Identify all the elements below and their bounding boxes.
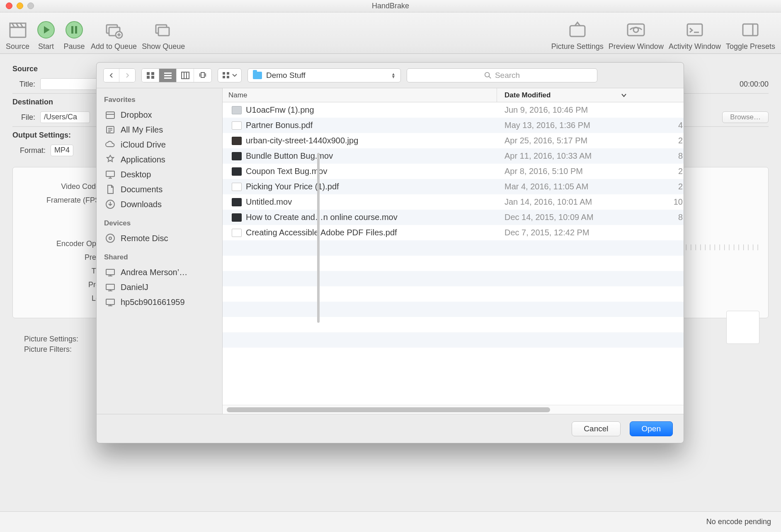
empty-row bbox=[223, 256, 684, 271]
svg-rect-21 bbox=[164, 75, 172, 76]
preset-label: Pres bbox=[25, 253, 100, 262]
preset-textbox[interactable] bbox=[726, 311, 759, 344]
column-date[interactable]: Date Modified bbox=[497, 91, 659, 99]
svg-rect-23 bbox=[182, 72, 189, 79]
sidebar-item[interactable]: Dropbox bbox=[102, 107, 222, 122]
file-row[interactable]: U1oacFnw (1).png Jun 9, 2016, 10:46 PM bbox=[223, 102, 684, 118]
toggle-presets-button[interactable]: Toggle Presets bbox=[726, 19, 775, 51]
activity-window-button[interactable]: Activity Window bbox=[669, 19, 721, 51]
view-icons-button[interactable] bbox=[142, 69, 159, 82]
eye-icon bbox=[624, 19, 648, 41]
file-row[interactable]: Partner Bonus.pdf May 13, 2016, 1:36 PM … bbox=[223, 118, 684, 133]
path-popup[interactable]: Demo Stuff ▲▼ bbox=[247, 68, 401, 82]
file-row[interactable]: Coupon Text Bug.mov Apr 8, 2016, 5:10 PM… bbox=[223, 164, 684, 179]
dialog-footer: Cancel Open bbox=[97, 414, 684, 443]
preview-window-button[interactable]: Preview Window bbox=[609, 19, 664, 51]
preview-label: Preview Window bbox=[609, 42, 664, 51]
add-queue-label: Add to Queue bbox=[91, 42, 137, 51]
file-path-field[interactable]: /Users/Ca bbox=[40, 111, 90, 123]
file-label: File: bbox=[12, 113, 35, 122]
file-row[interactable]: Untitled.mov Jan 14, 2016, 10:01 AM 10 bbox=[223, 194, 684, 210]
nav-forward-button[interactable] bbox=[119, 69, 135, 82]
svg-rect-18 bbox=[147, 76, 150, 79]
svg-point-29 bbox=[485, 72, 490, 77]
sidebar-item[interactable]: All My Files bbox=[102, 122, 222, 137]
nav-back-button[interactable] bbox=[104, 69, 119, 82]
show-queue-button[interactable]: Show Queue bbox=[142, 19, 185, 51]
file-area: Name Date Modified U1oacFnw (1).png Jun … bbox=[223, 88, 684, 414]
file-row[interactable]: Bundle Button Bug.mov Apr 11, 2016, 10:3… bbox=[223, 148, 684, 164]
sidebar-item[interactable]: Applications bbox=[102, 152, 222, 167]
file-name: Coupon Text Bug.mov bbox=[246, 167, 497, 176]
file-name: Picking Your Price (1).pdf bbox=[246, 182, 497, 191]
search-icon bbox=[484, 72, 492, 79]
view-mode-segment bbox=[141, 68, 212, 82]
scrollbar-thumb[interactable] bbox=[227, 407, 550, 412]
view-columns-button[interactable] bbox=[177, 69, 194, 82]
sidebar-item[interactable]: Downloads bbox=[102, 197, 222, 212]
svg-rect-11 bbox=[570, 26, 585, 36]
picture-settings-button[interactable]: Picture Settings bbox=[551, 19, 604, 51]
svg-rect-14 bbox=[687, 24, 702, 36]
framerate-label: Framerate (FPS bbox=[25, 196, 100, 205]
pause-button[interactable]: Pause bbox=[63, 19, 86, 51]
svg-rect-25 bbox=[223, 72, 225, 75]
arrange-menu[interactable] bbox=[218, 68, 242, 82]
file-date: Apr 25, 2016, 5:17 PM bbox=[497, 136, 659, 145]
file-extra: 4 bbox=[659, 121, 684, 130]
file-row[interactable]: Creating Accessible Adobe PDF Files.pdf … bbox=[223, 225, 684, 240]
open-button[interactable]: Open bbox=[630, 421, 673, 436]
file-row[interactable]: Picking Your Price (1).pdf Mar 4, 2016, … bbox=[223, 179, 684, 194]
source-button[interactable]: Source bbox=[6, 19, 29, 51]
zoom-window-button[interactable] bbox=[27, 2, 34, 9]
file-date: Jan 14, 2016, 10:01 AM bbox=[497, 197, 659, 207]
file-extra: 8 bbox=[659, 151, 684, 161]
nav-back-forward bbox=[103, 68, 136, 82]
file-icon bbox=[223, 213, 246, 222]
start-button[interactable]: Start bbox=[34, 19, 58, 51]
file-icon bbox=[223, 167, 246, 176]
file-extra: 2 bbox=[659, 182, 684, 191]
close-window-button[interactable] bbox=[6, 2, 12, 9]
sidebar-item-label: Andrea Merson’… bbox=[121, 268, 187, 277]
sidebar: Favorites DropboxAll My FilesiCloud Driv… bbox=[97, 88, 223, 414]
add-to-queue-button[interactable]: Add to Queue bbox=[91, 19, 137, 51]
sidebar-item[interactable]: Documents bbox=[102, 182, 222, 197]
sidebar-icon bbox=[739, 19, 762, 41]
file-row[interactable]: urban-city-street-1440x900.jpg Apr 25, 2… bbox=[223, 133, 684, 148]
horizontal-scrollbar[interactable] bbox=[223, 405, 684, 414]
sidebar-scrollbar[interactable] bbox=[317, 153, 320, 323]
sidebar-item[interactable]: Desktop bbox=[102, 167, 222, 182]
minimize-window-button[interactable] bbox=[17, 2, 23, 9]
svg-rect-0 bbox=[10, 27, 26, 37]
browse-button[interactable]: Browse… bbox=[722, 111, 769, 123]
dialog-toolbar: Demo Stuff ▲▼ Search bbox=[97, 63, 684, 88]
pause-icon bbox=[63, 19, 86, 41]
duration-value: 00:00:00 bbox=[740, 80, 769, 89]
sidebar-item[interactable]: iCloud Drive bbox=[102, 137, 222, 152]
sidebar-item[interactable]: DanielJ bbox=[102, 280, 222, 295]
file-name: How to Create and…n online course.mov bbox=[246, 213, 497, 222]
cancel-button[interactable]: Cancel bbox=[572, 421, 620, 436]
svg-rect-20 bbox=[164, 73, 172, 74]
search-field[interactable]: Search bbox=[407, 68, 597, 82]
file-extra: 2 bbox=[659, 167, 684, 176]
file-icon bbox=[223, 106, 246, 114]
sidebar-item[interactable]: Remote Disc bbox=[102, 231, 222, 246]
file-row[interactable]: How to Create and…n online course.mov De… bbox=[223, 210, 684, 225]
view-list-button[interactable] bbox=[159, 69, 177, 82]
empty-row bbox=[223, 286, 684, 302]
sidebar-item[interactable]: hp5cb901661959 bbox=[102, 295, 222, 310]
file-list[interactable]: U1oacFnw (1).png Jun 9, 2016, 10:46 PM P… bbox=[223, 102, 684, 405]
file-date: Apr 8, 2016, 5:10 PM bbox=[497, 167, 659, 176]
file-extra: 8 bbox=[659, 213, 684, 222]
column-name[interactable]: Name bbox=[223, 88, 497, 102]
format-select[interactable]: MP4 bbox=[51, 145, 73, 156]
tune-label: Tu bbox=[25, 267, 100, 276]
sidebar-item[interactable]: Andrea Merson’… bbox=[102, 265, 222, 280]
empty-row bbox=[223, 240, 684, 256]
level-label: Le bbox=[25, 294, 100, 303]
file-icon bbox=[223, 229, 246, 237]
view-coverflow-button[interactable] bbox=[194, 69, 211, 82]
svg-rect-4 bbox=[71, 26, 73, 34]
